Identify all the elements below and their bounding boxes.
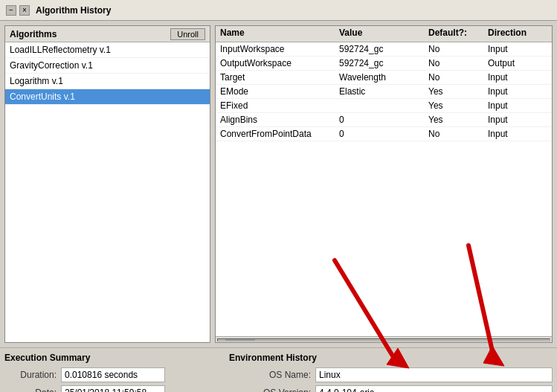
- prop-name: AlignBins: [220, 115, 339, 125]
- table-row: Target Wavelength No Input: [216, 71, 552, 85]
- prop-name: EFixed: [220, 100, 339, 111]
- unroll-button[interactable]: Unroll: [170, 28, 205, 40]
- os-version-field: OS Version: 4.4.0-104-eric: [229, 385, 553, 392]
- properties-header: Name Value Default?: Direction: [216, 26, 552, 42]
- prop-value: [339, 100, 428, 111]
- table-row: EMode Elastic Yes Input: [216, 85, 552, 99]
- execution-summary: Execution Summary Duration: 0.010816 sec…: [4, 353, 220, 392]
- list-item[interactable]: GravityCorrection v.1: [5, 58, 210, 74]
- date-field: Date: 25/01/2018 11:59:58: [4, 385, 220, 392]
- prop-name: InputWorkspace: [220, 44, 339, 54]
- title-bar: − × Algorithm History: [0, 0, 557, 21]
- os-name-label: OS Name:: [229, 370, 311, 380]
- scrollbar-thumb[interactable]: [225, 339, 255, 341]
- horizontal-scrollbar[interactable]: [216, 336, 552, 342]
- properties-list: InputWorkspace 592724_gc No Input Output…: [216, 42, 552, 336]
- algorithms-panel: Algorithms Unroll LoadILLReflectometry v…: [4, 25, 210, 343]
- bottom-section: Execution Summary Duration: 0.010816 sec…: [0, 347, 557, 392]
- col-name: Name: [220, 28, 339, 40]
- prop-name: ConvertFromPointData: [220, 129, 339, 139]
- duration-value: 0.010816 seconds: [61, 367, 165, 382]
- duration-field: Duration: 0.010816 seconds: [4, 367, 220, 382]
- prop-direction: Output: [488, 58, 547, 68]
- prop-direction: Input: [488, 129, 547, 139]
- duration-label: Duration:: [4, 370, 57, 380]
- environment-history-title: Environment History: [229, 353, 553, 363]
- algorithms-label: Algorithms: [10, 29, 57, 39]
- table-row: OutputWorkspace 592724_gc No Output: [216, 57, 552, 71]
- list-item[interactable]: ConvertUnits v.1: [5, 89, 210, 105]
- col-value: Value: [339, 28, 428, 40]
- prop-direction: Input: [488, 115, 547, 125]
- prop-default: No: [428, 72, 488, 83]
- prop-default: No: [428, 129, 488, 139]
- prop-default: Yes: [428, 115, 488, 125]
- properties-panel: Name Value Default?: Direction InputWork…: [215, 25, 553, 343]
- os-version-label: OS Version:: [229, 388, 311, 392]
- prop-default: No: [428, 58, 488, 68]
- prop-value: Wavelength: [339, 72, 428, 83]
- table-row: AlignBins 0 Yes Input: [216, 113, 552, 127]
- col-direction: Direction: [488, 28, 547, 40]
- window-title: Algorithm History: [36, 5, 111, 16]
- close-button[interactable]: ×: [19, 5, 30, 16]
- prop-value: 0: [339, 115, 428, 125]
- prop-value: 592724_gc: [339, 44, 428, 54]
- prop-value: 0: [339, 129, 428, 139]
- prop-default: Yes: [428, 86, 488, 97]
- table-row: EFixed Yes Input: [216, 99, 552, 113]
- main-content: Algorithms Unroll LoadILLReflectometry v…: [0, 21, 557, 347]
- prop-direction: Input: [488, 100, 547, 111]
- table-row: InputWorkspace 592724_gc No Input: [216, 42, 552, 57]
- environment-history: Environment History OS Name: Linux OS Ve…: [229, 353, 553, 392]
- prop-direction: Input: [488, 86, 547, 97]
- prop-name: Target: [220, 72, 339, 83]
- algorithm-list: LoadILLReflectometry v.1 GravityCorrecti…: [5, 42, 210, 342]
- os-name-field: OS Name: Linux: [229, 367, 553, 382]
- prop-value: 592724_gc: [339, 58, 428, 68]
- window-controls[interactable]: − ×: [6, 5, 30, 16]
- prop-name: OutputWorkspace: [220, 58, 339, 68]
- prop-default: No: [428, 44, 488, 54]
- os-name-value: Linux: [315, 367, 553, 382]
- scrollbar-track[interactable]: [217, 338, 550, 341]
- list-item[interactable]: LoadILLReflectometry v.1: [5, 42, 210, 58]
- algorithms-header: Algorithms Unroll: [5, 26, 210, 42]
- minimize-button[interactable]: −: [6, 5, 16, 16]
- prop-direction: Input: [488, 44, 547, 54]
- date-value: 25/01/2018 11:59:58: [61, 385, 165, 392]
- prop-direction: Input: [488, 72, 547, 83]
- prop-name: EMode: [220, 86, 339, 97]
- table-row: ConvertFromPointData 0 No Input: [216, 127, 552, 141]
- list-item[interactable]: Logarithm v.1: [5, 74, 210, 89]
- execution-summary-title: Execution Summary: [4, 353, 220, 363]
- prop-default: Yes: [428, 100, 488, 111]
- info-row: Execution Summary Duration: 0.010816 sec…: [4, 353, 553, 392]
- col-default: Default?:: [428, 28, 488, 40]
- os-version-value: 4.4.0-104-eric: [315, 385, 553, 392]
- prop-value: Elastic: [339, 86, 428, 97]
- date-label: Date:: [4, 388, 57, 392]
